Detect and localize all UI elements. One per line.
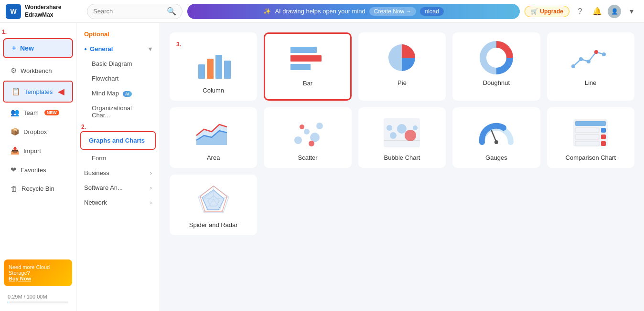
sidebar-item-favorites[interactable]: ❤ Favorites: [3, 161, 73, 179]
svg-rect-0: [198, 64, 205, 79]
upgrade-icon: 🛒: [531, 8, 538, 15]
menu-item-software[interactable]: Software An... ›: [76, 180, 160, 195]
chart-title-scatter: Scatter: [298, 154, 318, 161]
chart-title-spider: Spider and Radar: [189, 221, 238, 228]
storage-info: 0.29M / 100.00M: [4, 294, 72, 303]
chart-title-bubble: Bubble Chart: [384, 154, 420, 161]
notifications-button[interactable]: 🔔: [590, 5, 604, 18]
menu-item-general[interactable]: ● General ▾: [76, 41, 160, 56]
sidebar: 1. ＋ New ⚙ Workbench 📋 Templates ◀ 👥 Tea…: [0, 23, 76, 311]
svg-point-17: [294, 136, 302, 144]
submenu-org-chart[interactable]: Organizational Char...: [76, 101, 160, 123]
favorites-icon: ❤: [11, 166, 17, 174]
chart-card-scatter[interactable]: Scatter: [264, 107, 351, 168]
step3-label: 3.: [176, 41, 181, 48]
step2-label: 2.: [81, 124, 160, 130]
recycle-icon: 🗑: [11, 185, 18, 193]
chart-card-pie[interactable]: Pie: [358, 32, 446, 101]
middle-panel: Optional ● General ▾ Basic Diagram Flowc…: [76, 23, 160, 311]
download-button[interactable]: nload: [420, 7, 443, 16]
software-chevron-icon: ›: [150, 184, 152, 191]
sidebar-item-recycle[interactable]: 🗑 Recycle Bin: [3, 180, 73, 197]
user-avatar[interactable]: 👤: [608, 5, 621, 18]
content-area: 3. Column: [160, 23, 644, 311]
help-button[interactable]: ?: [573, 5, 587, 18]
cloud-storage-promo: Need more Cloud Storage? Buy Now: [4, 259, 72, 286]
new-button[interactable]: ＋ New: [3, 38, 73, 58]
plus-icon: ＋: [11, 44, 17, 52]
chart-title-column: Column: [203, 87, 224, 94]
upgrade-button[interactable]: 🛒 Upgrade: [525, 6, 569, 17]
svg-point-27: [405, 130, 416, 141]
sidebar-item-workbench[interactable]: ⚙ Workbench: [3, 62, 73, 80]
svg-point-14: [602, 52, 606, 56]
chart-card-spider[interactable]: Spider and Radar: [170, 175, 257, 235]
chart-card-gauges[interactable]: Gauges: [452, 107, 540, 168]
business-chevron-icon: ›: [150, 169, 152, 176]
chart-card-bar[interactable]: Bar: [264, 32, 351, 101]
dropbox-icon: 📦: [11, 127, 20, 136]
general-dot-icon: ●: [84, 46, 87, 52]
sidebar-item-templates[interactable]: 📋 Templates ◀: [3, 81, 73, 103]
chart-title-doughnut: Doughnut: [483, 79, 510, 86]
search-input[interactable]: [93, 8, 164, 15]
comparison-chart-icon: [569, 116, 612, 149]
templates-icon: 📋: [11, 87, 21, 96]
svg-rect-6: [290, 64, 311, 70]
submenu-form[interactable]: Form: [76, 151, 160, 166]
dropdown-arrow[interactable]: ▾: [625, 5, 638, 18]
app-logo[interactable]: W: [6, 4, 21, 19]
topbar-actions: 🛒 Upgrade ? 🔔 👤 ▾: [525, 5, 638, 18]
buy-now-link[interactable]: Buy Now: [9, 276, 67, 281]
svg-rect-39: [601, 141, 606, 146]
storage-bar: [8, 301, 68, 303]
chart-title-gauges: Gauges: [485, 154, 507, 161]
search-bar[interactable]: 🔍: [87, 4, 182, 19]
workbench-icon: ⚙: [11, 66, 17, 75]
svg-rect-36: [575, 135, 599, 139]
submenu-mind-map[interactable]: Mind Map AI: [76, 86, 160, 101]
svg-rect-37: [601, 135, 606, 139]
svg-point-10: [571, 64, 575, 68]
svg-point-13: [594, 50, 598, 54]
menu-item-business[interactable]: Business ›: [76, 166, 160, 180]
sidebar-item-import[interactable]: 📥 Import: [3, 142, 73, 160]
menu-item-graphs-charts[interactable]: Graphs and Charts: [80, 131, 156, 150]
submenu-basic-diagram[interactable]: Basic Diagram: [76, 56, 160, 71]
team-icon: 👥: [11, 108, 20, 117]
gauges-chart-icon: [475, 116, 518, 149]
logo-area: W Wondershare EdrawMax: [6, 4, 82, 19]
chart-card-doughnut[interactable]: Doughnut: [452, 32, 540, 101]
svg-rect-34: [575, 128, 599, 133]
svg-rect-4: [290, 47, 317, 53]
submenu-flowchart[interactable]: Flowchart: [76, 71, 160, 86]
chart-card-comparison[interactable]: Comparison Chart: [547, 107, 634, 168]
svg-rect-3: [224, 61, 231, 79]
svg-rect-35: [601, 128, 606, 133]
area-chart-icon: [192, 116, 235, 149]
ai-badge: AI: [123, 91, 132, 97]
optional-label: Optional: [76, 29, 160, 41]
chart-title-line: Line: [585, 79, 597, 86]
ai-banner: ✨ AI drawing helps open your mind Create…: [187, 4, 520, 19]
sidebar-item-dropbox[interactable]: 📦 Dropbox: [3, 123, 73, 141]
sidebar-item-team[interactable]: 👥 Team NEW: [3, 104, 73, 122]
svg-rect-38: [575, 141, 599, 146]
app-name: Wondershare EdrawMax: [25, 4, 61, 19]
svg-line-31: [492, 131, 496, 142]
network-chevron-icon: ›: [150, 199, 152, 206]
chart-title-bar: Bar: [303, 80, 312, 87]
menu-item-network[interactable]: Network ›: [76, 195, 160, 210]
pie-chart-icon: [380, 41, 423, 74]
create-now-button[interactable]: Create Now →: [369, 7, 417, 16]
svg-rect-33: [575, 121, 606, 126]
chart-card-column[interactable]: 3. Column: [170, 32, 257, 101]
chart-card-line[interactable]: Line: [547, 32, 634, 101]
svg-point-22: [309, 141, 314, 146]
chart-card-bubble[interactable]: Bubble Chart: [358, 107, 446, 168]
svg-point-29: [386, 125, 392, 131]
chart-card-area[interactable]: Area: [170, 107, 257, 168]
scatter-chart-icon: [286, 116, 329, 149]
svg-rect-1: [207, 59, 214, 79]
chart-title-comparison: Comparison Chart: [566, 154, 616, 161]
